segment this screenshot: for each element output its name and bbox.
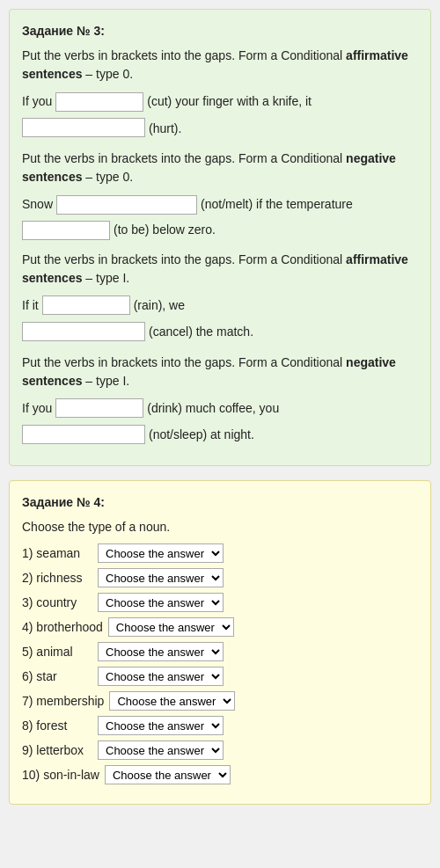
task3-s4-input1[interactable] (55, 398, 143, 418)
task3-s3-input2[interactable] (22, 322, 145, 341)
task3-instruction-2: Put the verbs in brackets into the gaps.… (22, 150, 418, 186)
task4-select-10[interactable]: Choose the answer Common noun Proper nou… (105, 765, 231, 784)
task3-instruction-3: Put the verbs in brackets into the gaps.… (22, 251, 418, 288)
task4-select-7[interactable]: Choose the answer Common noun Proper nou… (109, 691, 235, 711)
list-item: 4) brotherhood Choose the answer Common … (22, 617, 418, 637)
list-item: 8) forest Choose the answer Common noun … (22, 716, 418, 735)
task3-s3-row2: (cancel) the match. (22, 320, 418, 345)
list-item: 2) richness Choose the answer Common nou… (22, 568, 418, 587)
list-item: 7) membership Choose the answer Common n… (22, 691, 418, 711)
list-item: 10) son-in-law Choose the answer Common … (22, 765, 418, 784)
list-item: 3) country Choose the answer Common noun… (22, 593, 418, 612)
task3-instruction-1: Put the verbs in brackets into the gaps.… (22, 47, 418, 84)
task3-s2-row2: (to be) below zero. (22, 219, 418, 241)
list-item: 5) animal Choose the answer Common noun … (22, 642, 418, 661)
task4-select-5[interactable]: Choose the answer Common noun Proper nou… (98, 642, 224, 661)
task4-block: Задание № 4: Choose the type of a noun. … (9, 480, 431, 805)
task4-select-6[interactable]: Choose the answer Common noun Proper nou… (98, 667, 224, 686)
task3-s2-row1: Snow (not/melt) if the temperature (22, 193, 418, 215)
list-item: 6) star Choose the answer Common noun Pr… (22, 667, 418, 686)
task4-select-9[interactable]: Choose the answer Common noun Proper nou… (98, 740, 224, 760)
task4-select-4[interactable]: Choose the answer Common noun Proper nou… (108, 617, 234, 637)
task3-s4-row1: If you (drink) much coffee, you (22, 398, 418, 419)
task4-select-1[interactable]: Choose the answer Common noun Proper nou… (98, 543, 224, 563)
task3-title: Задание № 3: (22, 24, 418, 38)
task3-s3-input1[interactable] (42, 295, 130, 315)
task3-block: Задание № 3: Put the verbs in brackets i… (9, 9, 431, 466)
task3-s3-row1: If it (rain), we (22, 295, 418, 317)
task3-s1-row1: If you (cut) your finger with a knife, i… (22, 91, 418, 113)
list-item: 9) letterbox Choose the answer Common no… (22, 740, 418, 760)
task3-s1-input1[interactable] (55, 92, 143, 112)
task4-select-8[interactable]: Choose the answer Common noun Proper nou… (98, 716, 224, 735)
list-item: 1) seaman Choose the answer Common noun … (22, 543, 418, 563)
task3-s1-row2: (hurt). (22, 116, 418, 141)
task3-s2-input2[interactable] (22, 221, 110, 240)
task4-title: Задание № 4: (22, 495, 418, 509)
task4-select-2[interactable]: Choose the answer Common noun Proper nou… (98, 568, 224, 587)
task3-s4-input2[interactable] (22, 425, 145, 444)
task4-noun-list: 1) seaman Choose the answer Common noun … (22, 543, 418, 784)
task4-select-3[interactable]: Choose the answer Common noun Proper nou… (98, 593, 224, 612)
task4-instruction: Choose the type of a noun. (22, 518, 418, 536)
task3-s2-input1[interactable] (56, 195, 197, 215)
task3-s1-input2[interactable] (22, 118, 145, 137)
task3-s4-row2: (not/sleep) at night. (22, 423, 418, 448)
task3-instruction-4: Put the verbs in brackets into the gaps.… (22, 354, 418, 390)
